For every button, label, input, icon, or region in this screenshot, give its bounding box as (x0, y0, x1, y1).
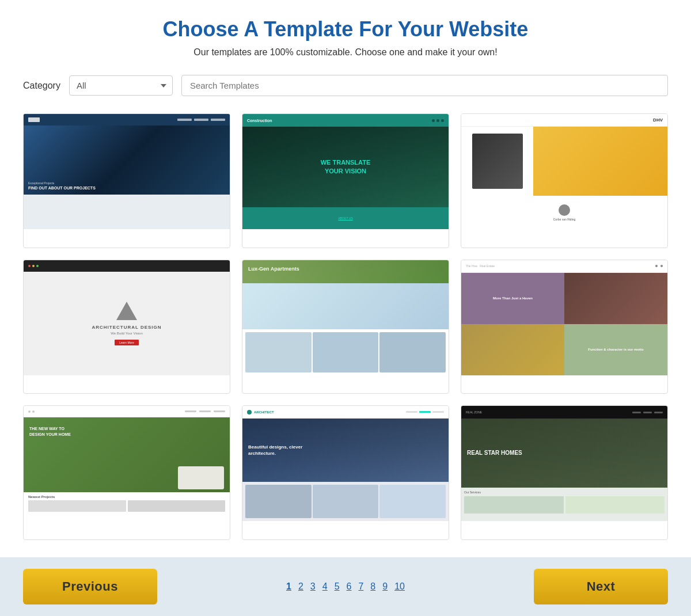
template-thumbnail (313, 485, 379, 518)
template-nav-title: Construction (247, 119, 272, 123)
template-thumbnail (379, 332, 446, 372)
template-thumbnail (565, 496, 665, 514)
filter-row: Category All (0, 63, 691, 108)
page-subtitle: Our templates are 100% customizable. Cho… (12, 47, 679, 58)
templates-grid: Exceptional Projects FIND OUT ABOUT OUR … (0, 108, 691, 557)
page-8[interactable]: 8 (370, 581, 375, 592)
page-5[interactable]: 5 (335, 581, 340, 592)
page-7[interactable]: 7 (358, 581, 363, 592)
template-avatar (559, 204, 570, 216)
template-thumbnail (245, 485, 312, 518)
template-headline: FIND OUT ABOUT OUR PROJECTS (28, 186, 96, 190)
template-nav-links (632, 412, 663, 413)
template-tagline: Function & character is our motto (585, 345, 646, 354)
template-headline: Lux-Gen Apartments (248, 266, 299, 272)
template-card[interactable]: DHV Corbe van Riding (461, 113, 668, 248)
template-thumbnail (245, 332, 312, 372)
pagination: 1 2 3 4 5 6 7 8 9 10 (286, 581, 405, 592)
template-image (472, 134, 523, 189)
template-cta: Learn More (115, 340, 139, 345)
template-cta: ABOUT US (338, 216, 352, 220)
nav-dot (436, 119, 439, 122)
nav-dot (441, 119, 444, 122)
template-card[interactable]: Lux-Gen Apartments (242, 260, 449, 394)
template-thumbnail (464, 496, 564, 514)
template-image (178, 466, 224, 489)
template-thumbnail (28, 500, 126, 512)
template-headline: REAL STAR HOMES (467, 449, 522, 457)
template-name: Corbe van Riding (553, 218, 576, 221)
page-1[interactable]: 1 (286, 581, 291, 592)
template-card[interactable]: THE NEW WAY TODESIGN YOUR HOME Newest Pr… (23, 405, 230, 540)
nav-link (177, 119, 192, 121)
template-headline: WE TRANSLATEYOUR VISION (321, 158, 371, 176)
nav-link (194, 119, 208, 121)
footer: Previous 1 2 3 4 5 6 7 8 9 10 Next (0, 557, 691, 616)
template-card[interactable]: Exceptional Projects FIND OUT ABOUT OUR … (23, 113, 230, 248)
template-subtitle: Our Services (464, 490, 665, 494)
template-logo-icon (247, 410, 252, 415)
template-thumbnail (313, 332, 379, 372)
page-2[interactable]: 2 (298, 581, 303, 592)
category-select[interactable]: All (69, 75, 173, 96)
template-card[interactable]: Construction WE TRANSLATEYOUR VISION ABO… (242, 113, 449, 248)
template-thumbnail (128, 500, 226, 512)
nav-dot (432, 119, 435, 122)
page-title: Choose A Template For Your Website (12, 17, 679, 41)
template-headline: ARCHITECTURAL DESIGN (92, 325, 161, 330)
search-input[interactable] (181, 75, 668, 96)
template-bottom (24, 195, 230, 229)
template-nav-dots (28, 410, 35, 413)
next-button[interactable]: Next (534, 569, 668, 604)
template-headline: Beautiful designs, clever architecture. (248, 444, 317, 457)
template-card[interactable]: The Hive Real Estate More Than Just a Ha… (461, 260, 668, 394)
template-card[interactable]: REAL ZONE REAL STAR HOMES Our Services (461, 405, 668, 540)
template-card[interactable]: ARCHITECTURAL DESIGN We Build Your Visio… (23, 260, 230, 394)
page-3[interactable]: 3 (310, 581, 316, 592)
nav-dot-green (36, 265, 39, 267)
template-nav-links (406, 411, 444, 413)
template-nav-title: REAL ZONE (466, 410, 482, 414)
template-subtitle: We Build Your Vision (111, 332, 142, 335)
template-logo (28, 117, 40, 122)
template-thumbnail (379, 485, 446, 518)
template-headline: THE NEW WAY TODESIGN YOUR HOME (29, 426, 71, 438)
template-nav-links (655, 265, 663, 267)
template-nav: The Hive Real Estate (466, 264, 495, 268)
nav-dot-yellow (32, 265, 35, 267)
template-section-title: Newest Projects (28, 495, 225, 499)
template-image (564, 273, 667, 324)
page-9[interactable]: 9 (382, 581, 388, 592)
template-nav-links (185, 410, 225, 412)
previous-button[interactable]: Previous (23, 569, 157, 604)
nav-link (211, 119, 225, 121)
page-10[interactable]: 10 (394, 581, 405, 592)
template-image (461, 324, 564, 375)
page-4[interactable]: 4 (322, 581, 328, 592)
page-header: Choose A Template For Your Website Our t… (0, 0, 691, 63)
template-tagline: Exceptional Projects (28, 181, 96, 185)
template-logo-text: ARCHITECT (254, 410, 274, 414)
category-label: Category (23, 81, 60, 91)
page-6[interactable]: 6 (347, 581, 352, 592)
template-image (242, 283, 449, 329)
template-image-area (533, 127, 667, 196)
template-headline: More Than Just a Haven (490, 294, 536, 303)
template-icon (116, 302, 137, 320)
nav-dot-red (28, 265, 31, 267)
template-card[interactable]: ARCHITECT Beautiful designs, clever arch… (242, 405, 449, 540)
template-logo: DHV (653, 117, 663, 123)
